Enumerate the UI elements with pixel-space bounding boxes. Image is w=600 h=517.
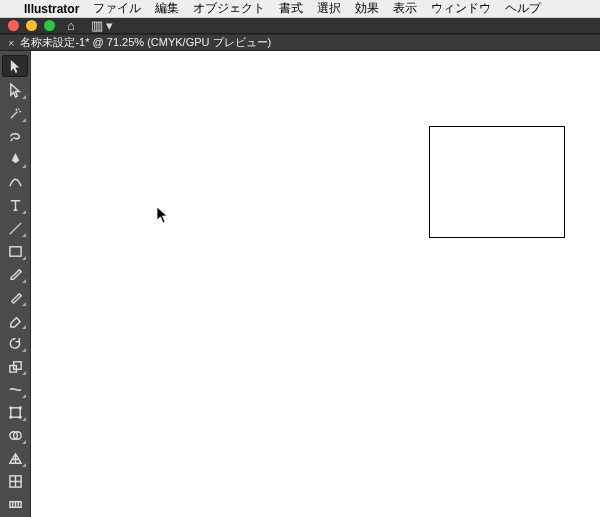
workspace — [0, 51, 600, 517]
zoom-window-button[interactable] — [44, 20, 55, 31]
traffic-lights — [8, 20, 55, 31]
close-tab-button[interactable]: × — [8, 37, 14, 49]
menu-effect[interactable]: 効果 — [355, 0, 379, 17]
scale-tool[interactable] — [3, 356, 27, 376]
menu-object[interactable]: オブジェクト — [193, 0, 265, 17]
minimize-window-button[interactable] — [26, 20, 37, 31]
svg-rect-3 — [10, 407, 19, 416]
curvature-tool[interactable] — [3, 172, 27, 192]
illustrator-window: Illustrator ファイル 編集 オブジェクト 書式 選択 効果 表示 ウ… — [0, 0, 600, 517]
canvas[interactable] — [31, 51, 600, 517]
document-tab-bar: × 名称未設定-1* @ 71.25% (CMYK/GPU プレビュー) — [0, 35, 600, 51]
rectangle-tool[interactable] — [3, 241, 27, 261]
selection-tool[interactable] — [2, 55, 28, 77]
mouse-cursor-icon — [156, 206, 170, 228]
menu-help[interactable]: ヘルプ — [505, 0, 541, 17]
lasso-tool[interactable] — [3, 126, 27, 146]
mesh-tool[interactable] — [3, 471, 27, 491]
paintbrush-tool[interactable] — [3, 264, 27, 284]
pen-tool[interactable] — [3, 149, 27, 169]
menu-edit[interactable]: 編集 — [155, 0, 179, 17]
direct-selection-tool[interactable] — [3, 80, 27, 100]
document-tab-title[interactable]: 名称未設定-1* @ 71.25% (CMYK/GPU プレビュー) — [20, 35, 271, 50]
type-tool[interactable] — [3, 195, 27, 215]
tools-panel — [0, 51, 31, 517]
mac-menubar: Illustrator ファイル 編集 オブジェクト 書式 選択 効果 表示 ウ… — [0, 0, 600, 18]
line-segment-tool[interactable] — [3, 218, 27, 238]
menu-view[interactable]: 表示 — [393, 0, 417, 17]
rectangle-shape[interactable] — [429, 126, 565, 238]
menu-window[interactable]: ウィンドウ — [431, 0, 491, 17]
shaper-tool[interactable] — [3, 287, 27, 307]
home-button[interactable]: ⌂ — [63, 18, 79, 33]
menu-type[interactable]: 書式 — [279, 0, 303, 17]
close-window-button[interactable] — [8, 20, 19, 31]
app-name[interactable]: Illustrator — [24, 2, 79, 16]
perspective-grid-tool[interactable] — [3, 448, 27, 468]
svg-rect-0 — [9, 246, 20, 255]
magic-wand-tool[interactable] — [3, 103, 27, 123]
app-titlebar: ⌂ ▥ ▾ — [0, 18, 600, 34]
menu-select[interactable]: 選択 — [317, 0, 341, 17]
arrange-documents-button[interactable]: ▥ ▾ — [87, 18, 118, 33]
eraser-tool[interactable] — [3, 310, 27, 330]
free-transform-tool[interactable] — [3, 402, 27, 422]
rotate-tool[interactable] — [3, 333, 27, 353]
gradient-tool[interactable] — [3, 494, 27, 514]
shape-builder-tool[interactable] — [3, 425, 27, 445]
menu-file[interactable]: ファイル — [93, 0, 141, 17]
width-tool[interactable] — [3, 379, 27, 399]
